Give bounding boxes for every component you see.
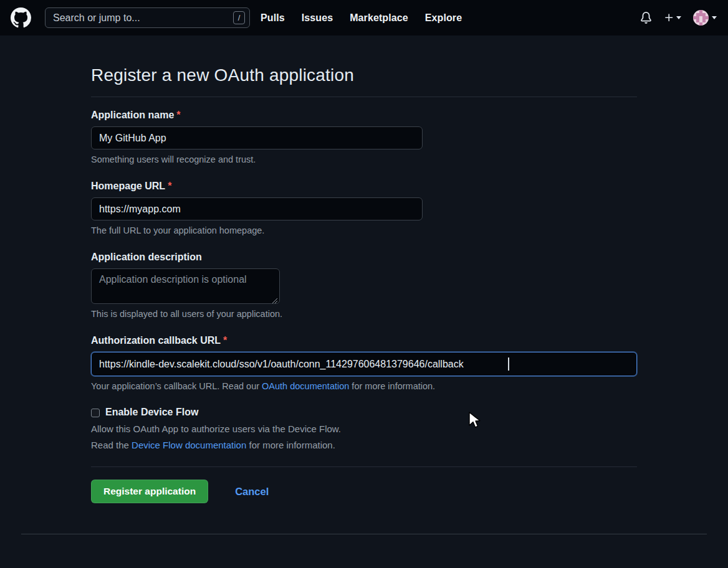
application-name-caption: Something users will recognize and trust… <box>91 154 637 164</box>
application-name-label: Application name <box>91 110 174 120</box>
application-description-textarea[interactable] <box>91 268 280 304</box>
actions-divider <box>91 466 637 467</box>
callback-url-label: Authorization callback URL <box>91 335 221 346</box>
field-homepage-url: Homepage URL* The full URL to your appli… <box>91 181 637 235</box>
field-callback-url: Authorization callback URL* Your applica… <box>91 335 637 391</box>
device-flow-note-1: Allow this OAuth App to authorize users … <box>91 424 637 434</box>
notifications-bell-icon[interactable] <box>640 12 652 24</box>
plus-icon <box>664 12 674 23</box>
device-flow-note-2: Read the Device Flow documentation for m… <box>91 440 637 450</box>
register-application-button[interactable]: Register application <box>91 480 208 503</box>
global-search[interactable]: / <box>45 7 250 28</box>
nav-item-issues[interactable]: Issues <box>302 12 333 24</box>
text-caret <box>508 357 509 371</box>
caret-down-icon <box>712 16 717 19</box>
application-description-caption: This is displayed to all users of your a… <box>91 309 637 319</box>
header-nav: Pulls Issues Marketplace Explore <box>261 12 462 24</box>
field-application-name: Application name* Something users will r… <box>91 110 637 164</box>
slash-key-badge: / <box>233 11 245 24</box>
enable-device-flow-label[interactable]: Enable Device Flow <box>105 407 198 418</box>
title-divider <box>91 97 637 97</box>
device-flow-section: Enable Device Flow Allow this OAuth App … <box>91 407 637 450</box>
homepage-url-input[interactable] <box>91 197 423 220</box>
global-header: / Pulls Issues Marketplace Explore <box>0 0 728 36</box>
cancel-link[interactable]: Cancel <box>235 486 269 498</box>
callback-url-caption: Your application’s callback URL. Read ou… <box>91 381 637 391</box>
form-actions: Register application Cancel <box>91 480 637 503</box>
avatar <box>693 10 709 26</box>
nav-item-pulls[interactable]: Pulls <box>261 12 285 24</box>
user-menu-button[interactable] <box>693 10 717 26</box>
required-asterisk: * <box>176 110 180 120</box>
oauth-register-form: Register a new OAuth application Applica… <box>91 36 637 503</box>
callback-url-input[interactable] <box>91 352 637 376</box>
github-logo-icon[interactable] <box>10 7 31 29</box>
header-actions <box>640 10 718 26</box>
nav-item-marketplace[interactable]: Marketplace <box>350 12 408 24</box>
homepage-url-label: Homepage URL <box>91 181 165 191</box>
required-asterisk: * <box>168 181 171 191</box>
search-input[interactable] <box>53 12 233 24</box>
oauth-documentation-link[interactable]: OAuth documentation <box>262 381 349 391</box>
application-name-input[interactable] <box>91 126 423 149</box>
create-new-button[interactable] <box>664 12 681 23</box>
page-title: Register a new OAuth application <box>91 65 637 85</box>
required-asterisk: * <box>223 335 227 346</box>
application-description-label: Application description <box>91 252 202 262</box>
field-application-description: Application description This is displaye… <box>91 252 637 319</box>
footer-divider <box>21 534 707 552</box>
nav-item-explore[interactable]: Explore <box>425 12 462 24</box>
device-flow-documentation-link[interactable]: Device Flow documentation <box>132 440 246 450</box>
homepage-url-caption: The full URL to your application homepag… <box>91 225 637 235</box>
enable-device-flow-checkbox[interactable] <box>91 409 100 417</box>
caret-down-icon <box>676 16 681 19</box>
